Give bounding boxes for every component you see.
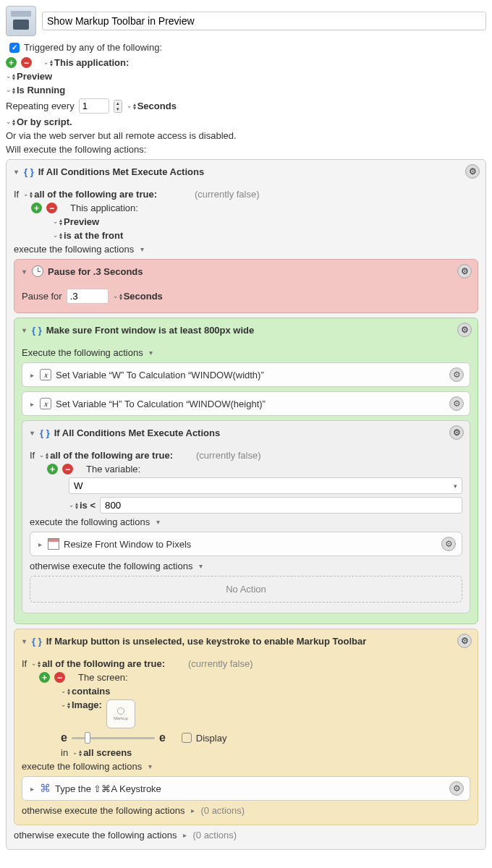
type-keystroke-title: Type the ⇧⌘A Keystroke [55,783,161,794]
repeat-unit-dropdown[interactable]: Seconds [127,101,177,111]
inner-exec-label: execute the following actions [30,516,150,527]
remove-trigger-button[interactable]: − [21,57,32,68]
yellow-title: If Markup button is unselected, use keys… [46,636,367,647]
cond-app-dropdown[interactable]: Preview [53,216,99,227]
green-title: Make sure Front window is at least 800px… [46,325,255,336]
var-cond-label: The variable: [86,464,140,475]
disclosure-icon[interactable]: ▾ [20,326,27,334]
command-icon: ⌘ [40,782,51,795]
fuzziness-slider[interactable] [72,731,155,744]
gear-button[interactable]: ⚙ [457,323,472,337]
trigger-enabled-checkbox[interactable] [9,43,20,53]
disclosure-icon[interactable]: ▸ [28,400,35,408]
resize-title: Resize Front Window to Pixels [64,539,191,550]
disclosure-icon[interactable]: ▸ [36,540,43,548]
inner-otherwise-label: otherwise execute the following actions [30,561,192,571]
set-var-w-action: ▸ 𝑥 Set Variable “W” To Calculation “WIN… [22,362,470,387]
execute-actions-label: execute the following actions [14,244,134,255]
ensure-width-group: ▾ { } Make sure Front window is at least… [14,318,478,624]
disclosure-icon[interactable]: ▾ [28,429,35,437]
add-condition-button[interactable]: + [31,203,42,213]
braces-icon: { } [32,325,42,336]
chevron-down-icon[interactable]: ▾ [146,762,153,770]
gear-button[interactable]: ⚙ [449,425,464,440]
gear-button[interactable]: ⚙ [457,264,472,278]
chevron-down-icon[interactable]: ▾ [138,245,145,253]
yellow-otherwise-label: otherwise execute the following actions [22,805,184,816]
if-status: (currently false) [195,189,260,200]
app-condition-dropdown[interactable]: Is Running [6,85,65,95]
gear-button[interactable]: ⚙ [465,164,480,179]
repeat-stepper[interactable]: ▴▾ [114,100,122,113]
web-server-note: Or via the web server but all remote acc… [6,130,486,141]
contains-dropdown[interactable]: contains [61,686,110,697]
chevron-down-icon[interactable]: ▾ [154,518,161,526]
markup-check-group: ▾ { } If Markup button is unselected, us… [14,629,478,825]
yellow-exec-label: execute the following actions [22,761,142,772]
gear-button[interactable]: ⚙ [449,781,464,796]
repeat-value-input[interactable] [79,98,109,114]
chevron-right-icon[interactable]: ▸ [189,807,196,814]
clock-icon [32,265,43,277]
display-checkbox[interactable] [182,733,192,743]
chevron-down-icon[interactable]: ▾ [197,562,204,570]
screen-cond-label: The screen: [78,672,128,683]
in-label: in [61,747,68,758]
gear-button[interactable]: ⚙ [441,537,456,551]
will-execute-label: Will execute the following actions: [6,144,486,155]
disclosure-icon[interactable]: ▾ [12,168,20,176]
macro-title-input[interactable] [42,12,486,30]
fuzz-icon-right: e [159,731,166,744]
main-otherwise-label: otherwise execute the following actions [14,830,177,841]
chevron-down-icon[interactable]: ▾ [148,349,155,357]
yellow-if-rule-dropdown[interactable]: all of the following are true: [31,658,165,669]
type-keystroke-action: ▸ ⌘ Type the ⇧⌘A Keystroke ⚙ [22,776,470,801]
or-by-script-dropdown[interactable]: Or by script. [6,116,72,127]
gear-button[interactable]: ⚙ [457,634,472,648]
pause-title: Pause for .3 Seconds [48,266,143,277]
compare-value-input[interactable] [100,497,462,514]
disclosure-icon[interactable]: ▾ [20,268,27,276]
app-name-dropdown[interactable]: Preview [6,71,52,82]
disclosure-icon[interactable]: ▸ [28,785,35,793]
resize-window-action: ▸ Resize Front Window to Pixels ⚙ [30,532,462,556]
inner-if-action: ▾ { } If All Conditions Met Execute Acti… [22,420,470,613]
remove-condition-button[interactable]: − [54,672,65,683]
trigger-type-dropdown[interactable]: This application: [43,57,129,68]
braces-icon: { } [24,166,34,177]
markup-icon [117,707,124,715]
disclosure-icon[interactable]: ▾ [20,637,27,645]
yellow-if-label: If [22,658,27,669]
main-action-panel: ▾ { } If All Conditions Met Execute Acti… [6,159,486,850]
gear-button[interactable]: ⚙ [449,367,464,382]
if-label: If [14,189,19,200]
screens-dropdown[interactable]: all screens [72,747,132,758]
inner-if-status: (currently false) [196,450,261,461]
green-exec-label: Execute the following actions [22,347,143,358]
add-condition-button[interactable]: + [47,464,58,475]
remove-condition-button[interactable]: − [62,464,73,475]
pause-for-label: Pause for [22,291,62,302]
gear-button[interactable]: ⚙ [449,396,464,411]
remove-condition-button[interactable]: − [46,203,57,213]
display-label: Display [196,733,227,744]
chevron-right-icon[interactable]: ▸ [181,831,188,839]
add-condition-button[interactable]: + [39,672,50,683]
no-action-placeholder[interactable]: No Action [30,576,462,603]
var-name-input[interactable] [69,477,462,494]
add-trigger-button[interactable]: + [6,57,17,68]
image-well[interactable]: Markup [106,699,135,728]
cond-app-label: This application: [70,203,138,213]
braces-icon: { } [40,427,50,438]
disclosure-icon[interactable]: ▸ [28,371,35,379]
inner-if-rule-dropdown[interactable]: all of the following are true: [39,450,173,461]
operator-dropdown[interactable]: is < [69,500,96,511]
pause-value-input[interactable] [67,289,109,304]
cond-state-dropdown[interactable]: is at the front [53,230,123,241]
yellow-if-status: (currently false) [188,658,253,669]
pause-unit-dropdown[interactable]: Seconds [113,291,163,302]
if-rule-dropdown[interactable]: all of the following are true: [23,189,157,200]
braces-icon: { } [32,636,42,647]
image-dropdown[interactable]: Image: [61,699,102,710]
main-otherwise-count: (0 actions) [192,830,237,841]
